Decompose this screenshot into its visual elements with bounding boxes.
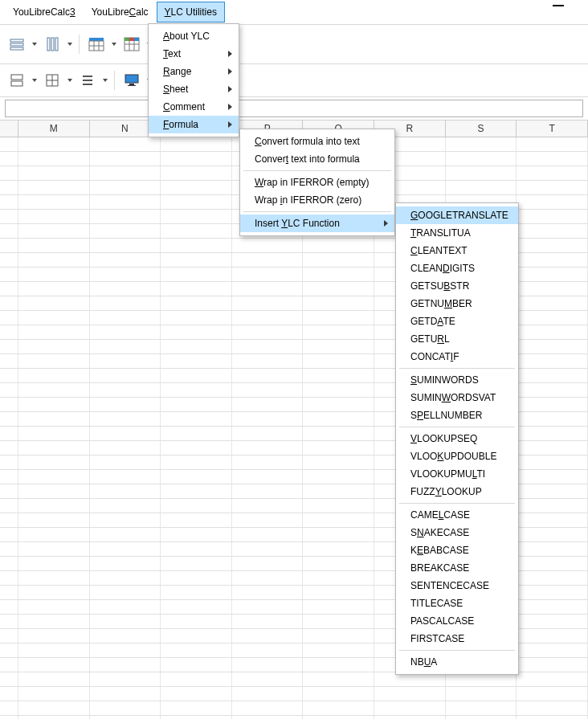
grid-cell[interactable] bbox=[161, 658, 232, 672]
grid-icon[interactable] bbox=[40, 68, 64, 92]
grid-cell[interactable] bbox=[90, 586, 161, 599]
menu-item[interactable]: VLOOKUPSEQ bbox=[396, 430, 518, 447]
grid-cell[interactable] bbox=[303, 427, 374, 440]
menu-item[interactable]: VLOOKUPMULTI bbox=[396, 465, 518, 483]
window-minimize-icon[interactable] bbox=[553, 5, 564, 6]
row-header[interactable] bbox=[0, 643, 18, 657]
grid-cell[interactable] bbox=[90, 600, 161, 614]
menu-item[interactable]: CLEANTEXT bbox=[396, 242, 518, 259]
menu-item[interactable]: CAMELCASE bbox=[396, 506, 518, 524]
grid-cell[interactable] bbox=[517, 224, 588, 238]
grid-cell[interactable] bbox=[232, 687, 304, 701]
grid-cell[interactable] bbox=[18, 499, 90, 513]
grid-cell[interactable] bbox=[232, 701, 304, 715]
column-header[interactable]: M bbox=[18, 121, 90, 137]
grid-cell[interactable] bbox=[18, 296, 90, 310]
grid-cell[interactable] bbox=[303, 513, 374, 527]
grid-cell[interactable] bbox=[232, 325, 304, 339]
toolbar-table-accent-icon[interactable] bbox=[84, 32, 108, 56]
grid-cell[interactable] bbox=[18, 629, 90, 643]
grid-cell[interactable] bbox=[90, 296, 161, 310]
grid-cell[interactable] bbox=[232, 456, 304, 469]
grid-cell[interactable] bbox=[517, 629, 588, 643]
grid-cell[interactable] bbox=[90, 687, 161, 701]
grid-cell[interactable] bbox=[161, 282, 232, 296]
grid-cell[interactable] bbox=[303, 296, 374, 310]
grid-cell[interactable] bbox=[90, 268, 161, 281]
row-header[interactable] bbox=[0, 427, 18, 440]
grid-cell[interactable] bbox=[517, 499, 588, 513]
grid-cell[interactable] bbox=[232, 427, 304, 440]
grid-cell[interactable] bbox=[18, 369, 90, 382]
grid-cell[interactable] bbox=[90, 615, 161, 628]
grid-cell[interactable] bbox=[517, 354, 588, 368]
menu-item[interactable]: Insert YLC Function bbox=[240, 214, 394, 232]
grid-cell[interactable] bbox=[232, 311, 304, 325]
grid-cell[interactable] bbox=[517, 658, 588, 672]
menu-item[interactable]: PASCALCASE bbox=[396, 612, 518, 630]
grid-cell[interactable] bbox=[517, 210, 588, 223]
grid-cell[interactable] bbox=[18, 427, 90, 440]
grid-cell[interactable] bbox=[517, 557, 588, 570]
grid-cell[interactable] bbox=[232, 441, 304, 455]
grid-cell[interactable] bbox=[446, 152, 517, 165]
grid-cell[interactable] bbox=[161, 268, 232, 281]
column-header[interactable]: T bbox=[517, 121, 588, 137]
grid-cell[interactable] bbox=[161, 181, 232, 194]
grid-cell[interactable] bbox=[232, 383, 304, 397]
grid-cell[interactable] bbox=[232, 268, 304, 281]
grid-cell[interactable] bbox=[517, 513, 588, 527]
grid-cell[interactable] bbox=[18, 137, 90, 151]
grid-cell[interactable] bbox=[90, 701, 161, 715]
grid-cell[interactable] bbox=[161, 456, 232, 469]
grid-cell[interactable] bbox=[446, 701, 517, 715]
grid-cell[interactable] bbox=[303, 499, 374, 513]
row-header[interactable] bbox=[0, 195, 18, 209]
row-header[interactable] bbox=[0, 181, 18, 194]
grid-cell[interactable] bbox=[232, 239, 304, 252]
grid-cell[interactable] bbox=[161, 484, 232, 498]
menu-item[interactable]: FIRSTCASE bbox=[396, 630, 518, 648]
dropdown-icon[interactable] bbox=[101, 69, 109, 92]
grid-cell[interactable] bbox=[446, 166, 517, 180]
grid-cell[interactable] bbox=[161, 296, 232, 310]
grid-cell[interactable] bbox=[18, 181, 90, 194]
row-header[interactable] bbox=[0, 542, 18, 556]
grid-cell[interactable] bbox=[303, 325, 374, 339]
grid-cell[interactable] bbox=[232, 412, 304, 426]
menu-item[interactable]: Wrap in IFERROR (zero) bbox=[240, 191, 394, 209]
row-header[interactable] bbox=[0, 571, 18, 585]
grid-cell[interactable] bbox=[232, 542, 304, 556]
toolbar-column-icon[interactable] bbox=[40, 32, 64, 56]
grid-cell[interactable] bbox=[517, 137, 588, 151]
grid-cell[interactable] bbox=[90, 456, 161, 469]
split-horizontal-icon[interactable] bbox=[5, 68, 29, 92]
grid-cell[interactable] bbox=[517, 412, 588, 426]
grid-cell[interactable] bbox=[303, 282, 374, 296]
grid-cell[interactable] bbox=[18, 658, 90, 672]
grid-cell[interactable] bbox=[90, 658, 161, 672]
grid-cell[interactable] bbox=[18, 484, 90, 498]
grid-cell[interactable] bbox=[18, 152, 90, 165]
grid-cell[interactable] bbox=[232, 499, 304, 513]
grid-cell[interactable] bbox=[90, 528, 161, 541]
grid-cell[interactable] bbox=[303, 398, 374, 411]
menu-item[interactable]: SUMINWORDSVAT bbox=[396, 389, 518, 406]
grid-cell[interactable] bbox=[517, 615, 588, 628]
grid-cell[interactable] bbox=[374, 687, 446, 701]
grid-cell[interactable] bbox=[232, 513, 304, 527]
menu-item[interactable]: FUZZYLOOKUP bbox=[396, 483, 518, 500]
grid-cell[interactable] bbox=[18, 441, 90, 455]
grid-cell[interactable] bbox=[232, 354, 304, 368]
grid-cell[interactable] bbox=[161, 239, 232, 252]
grid-cell[interactable] bbox=[303, 615, 374, 628]
row-header[interactable] bbox=[0, 701, 18, 715]
grid-cell[interactable] bbox=[90, 557, 161, 570]
grid-cell[interactable] bbox=[232, 672, 304, 686]
grid-cell[interactable] bbox=[517, 687, 588, 701]
grid-cell[interactable] bbox=[517, 643, 588, 657]
grid-cell[interactable] bbox=[18, 340, 90, 353]
menu-item[interactable]: About YLC bbox=[149, 27, 239, 45]
grid-cell[interactable] bbox=[90, 354, 161, 368]
grid-cell[interactable] bbox=[90, 224, 161, 238]
